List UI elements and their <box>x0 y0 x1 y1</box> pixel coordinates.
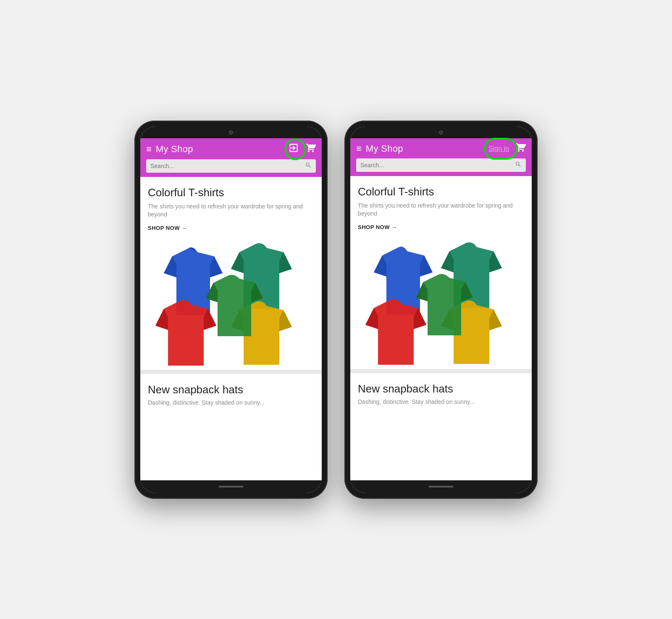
search-icon-right <box>515 161 522 169</box>
hero-desc-left: The shirts you need to refresh your ward… <box>148 203 314 219</box>
tshirt-image-left <box>140 235 322 370</box>
app-content-left: Colorful T-shirts The shirts you need to… <box>140 177 322 480</box>
hero-section-right: Colorful T-shirts The shirts you need to… <box>350 176 532 230</box>
app-title-left: My Shop <box>156 144 288 155</box>
app-header-left: ≡ My Shop <box>140 138 322 177</box>
hero-title-left: Colorful T-shirts <box>148 186 314 199</box>
login-arrow-icon <box>288 142 299 153</box>
divider-right <box>350 369 532 373</box>
search-bar-right <box>356 158 526 172</box>
search-input-left[interactable] <box>150 163 305 169</box>
hamburger-icon-left[interactable]: ≡ <box>146 144 152 155</box>
nav-indicator-left <box>218 486 244 487</box>
nav-indicator-right <box>428 486 454 487</box>
status-bar-left <box>140 126 322 138</box>
status-bar-right <box>350 126 532 138</box>
signin-text-button[interactable]: Sign in <box>488 145 509 153</box>
tshirts-svg-left <box>151 240 311 370</box>
toolbar-right: ≡ My Shop Sign in <box>356 142 526 155</box>
cart-svg-right <box>516 142 526 153</box>
app-content-right: Colorful T-shirts The shirts you need to… <box>350 176 532 480</box>
login-icon-button[interactable] <box>288 142 299 156</box>
cart-svg-left <box>306 143 316 153</box>
tshirts-svg-right <box>361 239 521 369</box>
phone-bottom-left <box>140 480 322 493</box>
cart-icon-left[interactable] <box>306 143 316 155</box>
tshirt-image-right <box>350 234 532 369</box>
hero-section-left: Colorful T-shirts The shirts you need to… <box>140 177 322 231</box>
hero-title-right: Colorful T-shirts <box>358 185 524 198</box>
cart-icon-right[interactable] <box>516 142 526 155</box>
toolbar-left: ≡ My Shop <box>146 142 316 156</box>
second-section-right: New snapback hats Dashing, distinctive. … <box>350 373 532 406</box>
camera-right <box>439 130 443 134</box>
search-bar-left <box>146 159 316 173</box>
second-section-left: New snapback hats Dashing, distinctive. … <box>140 374 322 407</box>
camera-left <box>229 130 233 134</box>
hamburger-icon-right[interactable]: ≡ <box>356 143 362 154</box>
hero-desc-right: The shirts you need to refresh your ward… <box>358 202 524 218</box>
phone-bottom-right <box>350 480 532 493</box>
search-icon-left <box>305 162 312 170</box>
second-title-left: New snapback hats <box>148 383 314 396</box>
phones-container: ≡ My Shop <box>134 121 538 499</box>
second-desc-left: Dashing, distinctive. Stay shaded on sun… <box>148 399 314 407</box>
shop-now-left[interactable]: SHOP NOW → <box>148 225 314 231</box>
app-title-right: My Shop <box>366 143 488 154</box>
phone-right: ≡ My Shop Sign in <box>344 121 538 499</box>
app-header-right: ≡ My Shop Sign in <box>350 138 532 176</box>
second-desc-right: Dashing, distinctive. Stay shaded on sun… <box>358 398 524 406</box>
search-input-right[interactable] <box>360 162 515 169</box>
second-title-right: New snapback hats <box>358 382 524 395</box>
phone-left: ≡ My Shop <box>134 121 328 499</box>
divider-left <box>140 370 322 374</box>
shop-now-right[interactable]: SHOP NOW → <box>358 224 524 230</box>
